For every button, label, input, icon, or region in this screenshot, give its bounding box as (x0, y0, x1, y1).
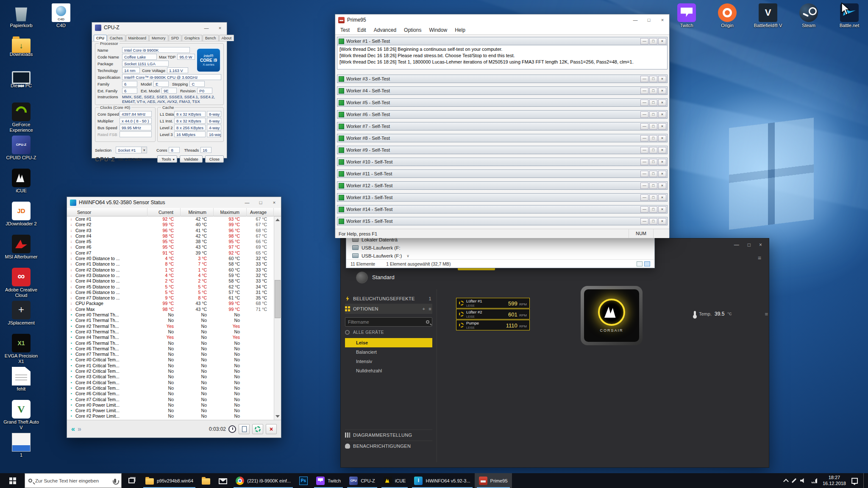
validate-button[interactable]: Validate (180, 155, 203, 163)
sensor-row[interactable]: Core #6 95 °C 43 °C 97 °C 69 °C (67, 244, 274, 250)
sensor-row[interactable]: Core #5 95 °C 38 °C 95 °C 66 °C (67, 239, 274, 244)
action-center-button[interactable] (851, 478, 858, 484)
tree-item-usb-drive-selected[interactable]: USB-Laufwerk (F:) ∨ (346, 252, 654, 260)
speaker-tray-icon[interactable] (800, 478, 806, 483)
worker-minimize-button[interactable]: — (640, 38, 648, 44)
sensor-row[interactable]: Core #1 Distance to ... 8 °C 7 °C 58 °C … (67, 261, 274, 267)
worker-maximize-button[interactable]: □ (649, 76, 657, 82)
cpuz-tab[interactable]: Caches (107, 35, 125, 41)
desktop-icon[interactable]: Dieser PC (2, 69, 41, 103)
taskbar-app[interactable]: HWiNFO64 v5.92-3... (410, 473, 474, 488)
sensor-row[interactable]: Core #6 Critical Tem... No No No (67, 391, 274, 396)
fan-mode-item[interactable]: Intensiv (345, 357, 432, 366)
worker-titlebar[interactable]: Worker #1 - Self-Test — □ × (337, 37, 668, 45)
worker-maximize-button[interactable]: □ (649, 100, 657, 106)
taskbar-app[interactable]: (221) i9-9900K einf... (231, 473, 295, 488)
desktop-icon[interactable]: CPUID CPU-Z (2, 136, 41, 169)
icue-menu-icon[interactable]: ≡ (758, 255, 761, 261)
corsair-pump-device[interactable]: CORSAIR (581, 286, 643, 345)
taskbar-app[interactable]: p95v294b8.win64 (141, 473, 198, 488)
worker-window-minimized[interactable]: Worker #8 - Self-Test — □ × (337, 134, 668, 142)
sensor-row[interactable]: Core #0 Thermal Th... No No No (67, 312, 274, 318)
sensor-row[interactable]: Core #6 Distance to ... 5 °C 5 °C 57 °C … (67, 290, 274, 295)
worker-window-minimized[interactable]: Worker #9 - Self-Test — □ × (337, 146, 668, 154)
taskbar-app[interactable]: Prime95 (475, 473, 512, 488)
taskbar-app[interactable] (295, 473, 312, 488)
sensor-row[interactable]: Core #4 Thermal Th... Yes No Yes (67, 335, 274, 340)
worker-minimize-button[interactable]: — (640, 159, 648, 165)
worker-window-minimized[interactable]: Worker #13 - Self-Test — □ × (337, 193, 668, 202)
scrollbar-thumb[interactable] (275, 280, 281, 318)
desktop-icon[interactable]: Origin (708, 3, 747, 36)
desktop-icon[interactable]: Downloads (2, 36, 41, 69)
worker-minimize-button[interactable]: — (640, 100, 648, 106)
menu-item[interactable]: Help (451, 27, 469, 33)
fan-card[interactable]: Lüfter #2 LEISE 601 RPM (456, 309, 530, 319)
temp-menu-icon[interactable]: ≡ (765, 311, 768, 317)
cpuz-tab[interactable]: Memory (149, 35, 168, 41)
menu-item[interactable]: Edit (354, 27, 370, 33)
sensor-row[interactable]: Core #1 Thermal Th... No No No (67, 318, 274, 323)
task-view-button[interactable] (122, 473, 141, 488)
settings-button[interactable] (252, 424, 263, 434)
worker-window-minimized[interactable]: Worker #14 - Self-Test — □ × (337, 205, 668, 214)
worker-minimize-button[interactable]: — (640, 111, 648, 118)
taskbar-app[interactable] (214, 473, 231, 488)
icue-minimize-button[interactable]: — (734, 242, 739, 248)
sensor-row[interactable]: Core #4 Critical Tem... No No No (67, 380, 274, 385)
worker-minimize-button[interactable]: — (640, 135, 648, 141)
worker-maximize-button[interactable]: □ (649, 218, 657, 225)
cpuz-tab[interactable]: About (219, 35, 234, 41)
worker-maximize-button[interactable]: □ (649, 194, 657, 201)
desktop-icon[interactable]: 1 (2, 433, 41, 466)
thumbnails-view-button[interactable] (644, 261, 650, 266)
forward-button[interactable]: » (78, 425, 81, 433)
sensor-row[interactable]: Core #7 Critical Tem... No No No (67, 397, 274, 402)
sensor-row[interactable]: Core #5 Distance to ... 5 °C 5 °C 62 °C … (67, 284, 274, 290)
icue-close-button[interactable]: × (759, 242, 762, 248)
prime95-minimize-button[interactable]: — (629, 14, 642, 25)
desktop-icon[interactable]: GeForce Experience (2, 103, 41, 136)
microphone-icon[interactable] (114, 479, 116, 483)
add-icon[interactable]: + (423, 306, 426, 311)
icue-profile-avatar[interactable] (356, 272, 368, 283)
worker-minimize-button[interactable]: — (640, 194, 648, 201)
sensor-row[interactable]: Core #4 98 °C 42 °C 98 °C 67 °C (67, 233, 274, 239)
desktop-icon[interactable]: Papierkorb (2, 3, 41, 36)
sensor-row[interactable]: CPU Package 99 °C 43 °C 99 °C 68 °C (67, 301, 274, 306)
worker-maximize-button[interactable]: □ (649, 135, 657, 141)
worker-close-button[interactable]: × (658, 111, 666, 118)
prime95-maximize-button[interactable]: □ (642, 14, 656, 25)
rewind-button[interactable]: « (71, 425, 75, 433)
column-header[interactable]: Current (147, 208, 181, 216)
close-button[interactable]: Close (205, 155, 224, 163)
fan-card[interactable]: Lüfter #1 LEISE 599 RPM (456, 298, 530, 308)
sensor-row[interactable]: Core #7 Thermal Th... No No No (67, 352, 274, 357)
worker-window-minimized[interactable]: Worker #12 - Self-Test — □ × (337, 181, 668, 190)
icue-options-section[interactable]: OPTIONEN +≡ (345, 304, 432, 314)
menu-item[interactable]: Advanced (370, 27, 400, 33)
column-header[interactable]: Average (247, 208, 274, 216)
worker-maximize-button[interactable]: □ (649, 183, 657, 189)
worker-window-minimized[interactable]: Worker #4 - Self-Test — □ × (337, 86, 668, 95)
menu-item[interactable]: Test (337, 27, 353, 33)
prime95-titlebar[interactable]: Prime95 — □ × (335, 14, 669, 25)
desktop-icon[interactable]: Battlefield® V (748, 3, 787, 36)
worker-minimize-button[interactable]: — (640, 147, 648, 153)
sensor-row[interactable]: Core #2 Power Limit... No No No (67, 413, 274, 419)
worker-window-minimized[interactable]: Worker #15 - Self-Test — □ × (337, 217, 668, 225)
column-header[interactable]: Minimum (181, 208, 214, 216)
desktop-icon[interactable]: Grand Theft Auto V (2, 400, 41, 433)
vertical-scrollbar[interactable] (274, 216, 281, 420)
worker-window-minimized[interactable]: Worker #10 - Self-Test — □ × (337, 158, 668, 166)
tools-button[interactable]: Tools ▼ (157, 155, 177, 163)
sensor-row[interactable]: Core #1 92 °C 42 °C 93 °C 67 °C (67, 216, 274, 222)
worker-window-minimized[interactable]: Worker #5 - Self-Test — □ × (337, 98, 668, 107)
worker-maximize-button[interactable]: □ (649, 206, 657, 213)
cpuz-tab[interactable]: SPD (169, 35, 182, 41)
worker-close-button[interactable]: × (658, 159, 666, 165)
sensor-row[interactable]: Core #2 Distance to ... 1 °C 1 °C 60 °C … (67, 267, 274, 273)
icue-all-devices-toggle[interactable]: ALLE GERÄTE (345, 330, 432, 335)
hwinfo-maximize-button[interactable]: □ (254, 197, 267, 208)
close-sensors-button[interactable]: × (266, 424, 277, 434)
